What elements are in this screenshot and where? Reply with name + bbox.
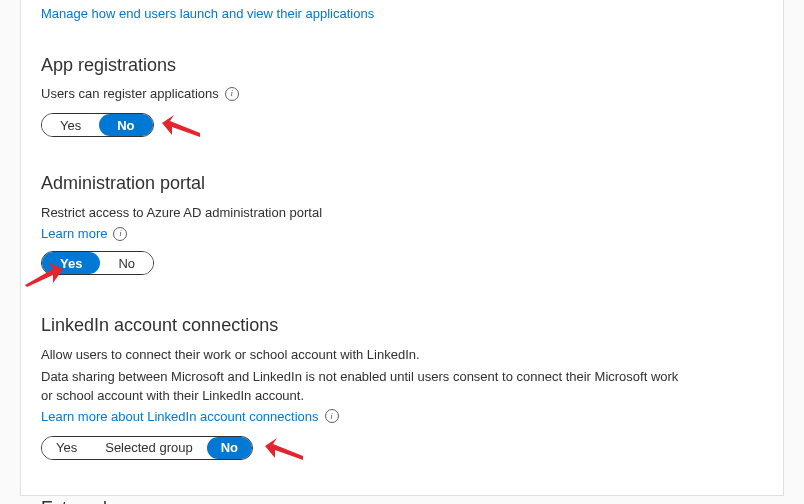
toggle-option-no[interactable]: No: [100, 252, 153, 274]
info-icon[interactable]: i: [325, 409, 339, 423]
red-arrow-annotation: [162, 111, 202, 139]
toggle-option-yes[interactable]: Yes: [42, 437, 91, 459]
toggle-linkedin: Yes Selected group No: [41, 436, 253, 460]
section-title: Administration portal: [41, 173, 763, 194]
learn-more-link[interactable]: Learn more about LinkedIn account connec…: [41, 409, 319, 424]
section-administration-portal: Administration portal Restrict access to…: [41, 173, 763, 275]
description-line: Data sharing between Microsoft and Linke…: [41, 368, 681, 404]
section-linkedin-connections: LinkedIn account connections Allow users…: [41, 315, 763, 462]
section-title: LinkedIn account connections: [41, 315, 763, 336]
setting-label: Users can register applications: [41, 86, 219, 101]
toggle-admin-portal: Yes No: [41, 251, 154, 275]
section-external-users: External users: [41, 498, 763, 504]
setting-label: Restrict access to Azure AD administrati…: [41, 204, 681, 222]
info-icon[interactable]: i: [113, 227, 127, 241]
info-icon[interactable]: i: [225, 87, 239, 101]
section-title: External users: [41, 498, 763, 504]
toggle-app-registrations: Yes No: [41, 113, 154, 137]
learn-more-link[interactable]: Learn more: [41, 226, 107, 241]
toggle-option-no[interactable]: No: [99, 114, 152, 136]
toggle-option-no[interactable]: No: [207, 437, 252, 459]
description-line: Allow users to connect their work or sch…: [41, 346, 681, 364]
settings-panel: Manage how end users launch and view the…: [20, 0, 784, 496]
toggle-option-yes[interactable]: Yes: [42, 114, 99, 136]
red-arrow-annotation: [265, 434, 305, 462]
toggle-option-selected-group[interactable]: Selected group: [91, 437, 206, 459]
toggle-option-yes[interactable]: Yes: [42, 252, 100, 274]
manage-end-users-link[interactable]: Manage how end users launch and view the…: [41, 6, 374, 21]
section-title: App registrations: [41, 55, 763, 76]
section-app-registrations: App registrations Users can register app…: [41, 55, 763, 139]
